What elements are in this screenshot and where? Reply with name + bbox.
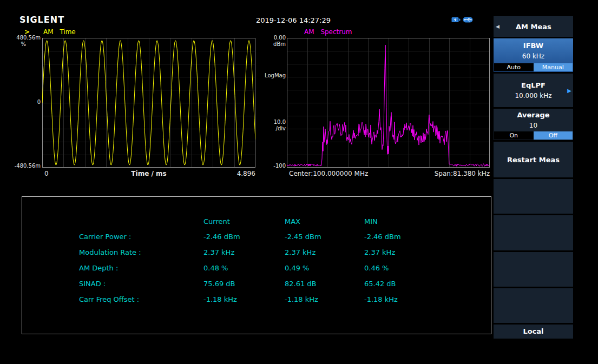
toggle-option-auto[interactable]: Auto bbox=[494, 63, 534, 71]
time-y-min-label: -480.56m bbox=[14, 163, 41, 169]
value-max: 2.37 kHz bbox=[285, 248, 364, 256]
row-label: Carr Freq Offset : bbox=[22, 295, 203, 303]
value-max: -2.45 dBm bbox=[285, 233, 364, 241]
softkey-empty bbox=[494, 215, 573, 250]
col-header-min: MIN bbox=[364, 217, 491, 226]
toggle-option-on[interactable]: On bbox=[494, 131, 534, 140]
average-on-off-toggle: On Off bbox=[494, 131, 573, 140]
softkey-eqlpf[interactable]: EqLPF 10.000 kHz ▶ bbox=[494, 74, 573, 107]
softkey-empty bbox=[494, 288, 573, 323]
spectrum-chart-title: AM Spectrum bbox=[304, 28, 352, 36]
softkey-value: 10 bbox=[529, 122, 537, 129]
value-current: 2.37 kHz bbox=[203, 248, 285, 256]
spectrum-y-unit-label: dBm bbox=[263, 41, 286, 47]
value-min: 65.42 dB bbox=[364, 280, 491, 288]
time-y-max-label: 480.56m bbox=[15, 35, 41, 41]
status-icons bbox=[451, 17, 473, 23]
menu-back-icon: ◀ bbox=[494, 24, 500, 29]
menu-header: ◀ AM Meas bbox=[494, 16, 573, 37]
value-max: 82.61 dB bbox=[285, 280, 364, 288]
softkey-empty bbox=[494, 252, 573, 287]
value-current: 75.69 dB bbox=[203, 280, 285, 288]
ifbw-auto-manual-toggle: Auto Manual bbox=[494, 63, 573, 71]
value-current: 0.48 % bbox=[203, 264, 285, 272]
battery-icon bbox=[451, 17, 461, 23]
toggle-option-off[interactable]: Off bbox=[534, 131, 573, 140]
table-row-carrier-power: Carrier Power : -2.46 dBm -2.45 dBm -2.4… bbox=[22, 233, 491, 241]
table-header-row: Current MAX MIN bbox=[22, 217, 491, 226]
value-min: 0.46 % bbox=[364, 264, 491, 272]
spectrum-center-label: Center:100.000000 MHz bbox=[289, 170, 368, 177]
value-current: -2.46 dBm bbox=[203, 233, 285, 241]
col-header-max: MAX bbox=[285, 217, 364, 226]
spectrum-y-max-label: 0.00 bbox=[263, 35, 286, 41]
softkey-menu: ◀ AM Meas IFBW 60 kHz Auto Manual EqLPF … bbox=[494, 16, 573, 339]
measurement-panel: Current MAX MIN Carrier Power : -2.46 dB… bbox=[22, 196, 491, 334]
spectrum-span-label: Span:81.380 kHz bbox=[403, 170, 490, 177]
time-chart-title: AM Time bbox=[43, 28, 76, 36]
menu-title: AM Meas bbox=[500, 23, 573, 31]
value-max: 0.49 % bbox=[285, 264, 364, 272]
submenu-arrow-icon: ▶ bbox=[567, 88, 571, 94]
spectrum-y-min-label: -100 bbox=[263, 163, 286, 169]
row-label: SINAD : bbox=[22, 280, 203, 288]
table-row-am-depth: AM Depth : 0.48 % 0.49 % 0.46 % bbox=[22, 264, 491, 272]
toggle-option-manual[interactable]: Manual bbox=[534, 63, 573, 71]
siglent-logo: SIGLENT bbox=[19, 15, 64, 25]
softkey-label: Restart Meas bbox=[507, 156, 560, 164]
spectrum-trace-canvas bbox=[287, 38, 490, 168]
row-label: Carrier Power : bbox=[22, 233, 203, 241]
softkey-restart-meas[interactable]: Restart Meas bbox=[494, 142, 573, 177]
time-x-end-label: 4.896 bbox=[42, 170, 255, 177]
datetime-display: 2019-12-06 14:27:29 bbox=[234, 16, 353, 24]
value-min: -2.46 dBm bbox=[364, 233, 491, 241]
time-y-zero-label: 0 bbox=[15, 99, 41, 105]
time-y-unit-label: % bbox=[15, 41, 26, 47]
softkey-label: Average bbox=[517, 111, 549, 119]
spectrum-div-value-label: 10.0 bbox=[263, 119, 286, 125]
softkey-label: IFBW bbox=[523, 42, 543, 50]
spectrum-scale-label: LogMag bbox=[263, 72, 286, 78]
table-row-carr-freq-offset: Carr Freq Offset : -1.18 kHz -1.18 kHz -… bbox=[22, 295, 491, 303]
value-min: 2.37 kHz bbox=[364, 248, 491, 256]
value-min: -1.18 kHz bbox=[364, 295, 491, 303]
softkey-value: 10.000 kHz bbox=[515, 92, 551, 100]
col-header-current: Current bbox=[203, 217, 285, 226]
softkey-average[interactable]: Average 10 On Off bbox=[494, 109, 573, 140]
spectrum-div-unit-label: /div bbox=[263, 125, 286, 131]
value-max: -1.18 kHz bbox=[285, 295, 364, 303]
local-button[interactable]: Local bbox=[494, 325, 573, 339]
softkey-label: EqLPF bbox=[521, 81, 546, 89]
softkey-value: 60 kHz bbox=[522, 52, 544, 60]
value-current: -1.18 kHz bbox=[203, 295, 285, 303]
row-label: Modulation Rate : bbox=[22, 248, 203, 256]
table-row-sinad: SINAD : 75.69 dB 82.61 dB 65.42 dB bbox=[22, 280, 491, 288]
softkey-empty bbox=[494, 179, 573, 214]
time-trace-canvas bbox=[42, 38, 255, 168]
usb-icon bbox=[463, 17, 473, 23]
row-label: AM Depth : bbox=[22, 264, 203, 272]
softkey-ifbw[interactable]: IFBW 60 kHz Auto Manual bbox=[494, 38, 573, 72]
table-row-modulation-rate: Modulation Rate : 2.37 kHz 2.37 kHz 2.37… bbox=[22, 248, 491, 256]
